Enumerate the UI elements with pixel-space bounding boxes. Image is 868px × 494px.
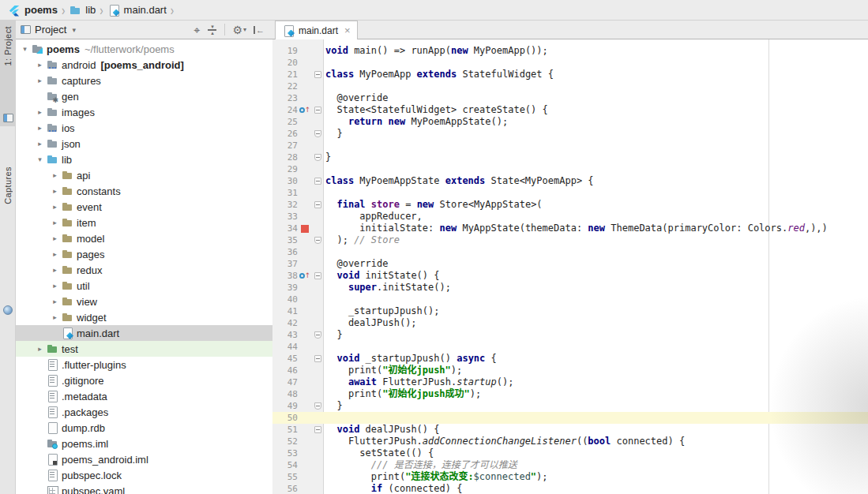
line-number[interactable]: 48: [272, 388, 298, 400]
tree-item-redux[interactable]: ▸redux: [16, 262, 272, 278]
tree-item--flutter-plugins[interactable]: .flutter-plugins: [16, 357, 272, 372]
code-line-39[interactable]: 39 super.initState();: [272, 282, 868, 294]
tree-item-poems[interactable]: ▾poems~/flutterwork/poems: [16, 41, 272, 57]
expand-arrow[interactable]: ▸: [34, 108, 46, 116]
line-number[interactable]: 49: [272, 400, 298, 412]
fold-end-icon[interactable]: [314, 237, 321, 244]
expand-arrow[interactable]: ▸: [49, 219, 61, 226]
code-line-35[interactable]: 35 ); // Store: [272, 234, 868, 246]
fold-collapse-icon[interactable]: [314, 201, 321, 208]
expand-arrow[interactable]: ▸: [49, 282, 61, 290]
line-number[interactable]: 22: [272, 80, 298, 92]
code-line-44[interactable]: 44: [272, 341, 868, 353]
tree-item-dump-rdb[interactable]: dump.rdb: [16, 420, 272, 436]
tree-item-constants[interactable]: ▸constants: [16, 183, 272, 199]
code-line-50[interactable]: 50: [272, 412, 868, 424]
tree-item-json[interactable]: ▸json: [16, 136, 272, 152]
fold-collapse-icon[interactable]: [314, 426, 321, 433]
code-line-21[interactable]: 21class MyPoemApp extends StatefulWidget…: [272, 69, 868, 80]
line-number[interactable]: 19: [272, 45, 298, 57]
tree-item-captures[interactable]: ▸captures: [16, 73, 272, 88]
tree-item-event[interactable]: ▸event: [16, 199, 272, 215]
expand-arrow[interactable]: ▾: [19, 45, 31, 53]
line-number[interactable]: 24: [272, 104, 298, 116]
tree-item-model[interactable]: ▸model: [16, 230, 272, 246]
code-line-49[interactable]: 49 }: [272, 400, 868, 412]
line-number[interactable]: 23: [272, 92, 298, 104]
code-line-20[interactable]: 20: [272, 57, 868, 69]
fold-collapse-icon[interactable]: [314, 71, 321, 78]
hide-panel-icon[interactable]: ←: [254, 26, 265, 34]
line-number[interactable]: 50: [272, 412, 298, 424]
close-icon[interactable]: ×: [344, 26, 351, 36]
code-line-45[interactable]: 45 void _startupJpush() async {: [272, 353, 868, 365]
tree-item-view[interactable]: ▸view: [16, 294, 272, 309]
tree-item-test[interactable]: ▸test: [16, 341, 272, 357]
fold-collapse-icon[interactable]: [314, 355, 321, 362]
code-line-55[interactable]: 55 print("连接状态改变:$connected");: [272, 471, 868, 483]
line-number[interactable]: 43: [272, 329, 298, 341]
expand-arrow[interactable]: ▸: [49, 234, 61, 242]
breadcrumb-item-lib[interactable]: lib: [67, 0, 97, 20]
line-number[interactable]: 40: [272, 294, 298, 305]
line-number[interactable]: 35: [272, 234, 298, 246]
code-line-33[interactable]: 33 appReducer,: [272, 211, 868, 223]
color-preview-swatch[interactable]: [301, 225, 309, 233]
line-number[interactable]: 53: [272, 447, 298, 459]
code-line-51[interactable]: 51 void dealJPush() {: [272, 424, 868, 436]
fold-end-icon[interactable]: [314, 130, 321, 137]
tree-item-android[interactable]: ▸android[poems_android]: [16, 57, 272, 73]
code-line-36[interactable]: 36: [272, 246, 868, 258]
line-number[interactable]: 47: [272, 376, 298, 388]
fold-collapse-icon[interactable]: [314, 107, 321, 114]
expand-arrow[interactable]: ▸: [49, 313, 61, 321]
line-number[interactable]: 32: [272, 199, 298, 211]
breadcrumb-item-main-dart[interactable]: main.dart: [106, 0, 168, 20]
fold-end-icon[interactable]: [314, 402, 321, 410]
line-number[interactable]: 30: [272, 175, 298, 187]
code-line-47[interactable]: 47 await FlutterJPush.startup();: [272, 376, 868, 388]
line-number[interactable]: 28: [272, 152, 298, 163]
code-line-37[interactable]: 37 @override: [272, 258, 868, 270]
line-number[interactable]: 42: [272, 317, 298, 329]
sidebar-tab-project[interactable]: 1: Project: [0, 21, 16, 126]
line-number[interactable]: 55: [272, 471, 298, 483]
sidebar-tab-captures[interactable]: Captures: [0, 161, 16, 319]
fold-collapse-icon[interactable]: [314, 178, 321, 185]
line-number[interactable]: 56: [272, 483, 298, 494]
line-number[interactable]: 20: [272, 57, 298, 69]
code-line-53[interactable]: 53 setState(() {: [272, 447, 868, 459]
code-line-40[interactable]: 40: [272, 294, 868, 305]
fold-collapse-icon[interactable]: [314, 272, 321, 279]
expand-arrow[interactable]: ▸: [34, 77, 46, 84]
code-line-24[interactable]: 24↑ State<StatefulWidget> createState() …: [272, 104, 868, 116]
project-view-dropdown[interactable]: Project: [35, 24, 66, 36]
tree-item-api[interactable]: ▸api: [16, 167, 272, 183]
code-line-30[interactable]: 30class MyPoemAppState extends State<MyP…: [272, 175, 868, 187]
code-line-48[interactable]: 48 print("初始化jpush成功");: [272, 388, 868, 400]
tree-item-util[interactable]: ▸util: [16, 278, 272, 294]
code-line-43[interactable]: 43 }: [272, 329, 868, 341]
code-line-31[interactable]: 31: [272, 187, 868, 199]
line-number[interactable]: 44: [272, 341, 298, 353]
line-number[interactable]: 37: [272, 258, 298, 270]
tree-item-ios[interactable]: ▸ios: [16, 120, 272, 136]
line-number[interactable]: 41: [272, 305, 298, 317]
line-number[interactable]: 29: [272, 163, 298, 175]
tree-item-pages[interactable]: ▸pages: [16, 246, 272, 262]
collapse-all-icon[interactable]: ▾▴: [207, 25, 217, 35]
code-editor[interactable]: 19void main() => runApp(new MyPoemApp())…: [272, 39, 868, 494]
code-line-38[interactable]: 38↑ void initState() {: [272, 270, 868, 282]
expand-arrow[interactable]: ▸: [49, 298, 61, 305]
code-line-26[interactable]: 26 }: [272, 128, 868, 140]
code-line-23[interactable]: 23 @override: [272, 92, 868, 104]
line-number[interactable]: 33: [272, 211, 298, 223]
line-number[interactable]: 38: [272, 270, 298, 282]
code-line-29[interactable]: 29: [272, 163, 868, 175]
tab-main-dart[interactable]: main.dart ×: [275, 21, 358, 39]
fold-end-icon[interactable]: [314, 154, 321, 161]
code-line-54[interactable]: 54 /// 是否连接，连接了才可以推送: [272, 459, 868, 471]
code-line-22[interactable]: 22: [272, 80, 868, 92]
expand-arrow[interactable]: ▸: [49, 203, 61, 211]
expand-arrow[interactable]: ▸: [34, 345, 46, 353]
